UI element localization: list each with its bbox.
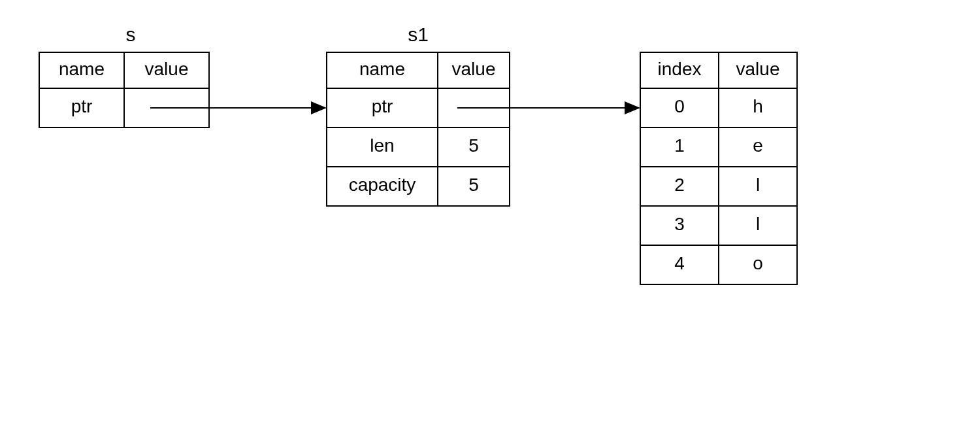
table-s1: name value ptr len 5 capacity 5 — [327, 52, 510, 206]
table-heap-header-index: index — [658, 59, 702, 79]
table-heap-row4-index: 4 — [674, 253, 685, 273]
table-s-header-value: value — [145, 59, 189, 79]
table-heap-row2-value: l — [756, 175, 760, 195]
table-s: name value ptr — [39, 52, 209, 128]
memory-diagram: s name value ptr s1 name value ptr len 5… — [0, 0, 980, 425]
table-s1-row0-name: ptr — [372, 96, 393, 116]
table-s-row0-name: ptr — [71, 96, 93, 116]
table-heap-row0-index: 0 — [674, 96, 685, 116]
table-s1-row1-value: 5 — [468, 135, 479, 156]
table-s1-row2-name: capacity — [349, 175, 416, 195]
table-heap-row1-value: e — [753, 135, 763, 156]
table-s1-row1-name: len — [370, 135, 394, 156]
table-s-title: s — [126, 24, 136, 45]
table-s1-header-name: name — [359, 59, 405, 79]
table-heap-row1-index: 1 — [674, 135, 685, 156]
table-heap-row0-value: h — [753, 96, 763, 116]
table-heap-row2-index: 2 — [674, 175, 685, 195]
table-heap-row4-value: o — [753, 253, 763, 273]
table-s1-header-value: value — [452, 59, 496, 79]
table-s-header-name: name — [59, 59, 105, 79]
table-heap-row3-index: 3 — [674, 214, 685, 234]
table-heap-header-value: value — [736, 59, 780, 79]
table-heap-row3-value: l — [756, 214, 760, 234]
table-s1-row2-value: 5 — [468, 175, 479, 195]
table-s1-title: s1 — [408, 24, 429, 45]
table-heap: index value 0 h 1 e 2 l 3 l 4 o — [640, 52, 797, 284]
